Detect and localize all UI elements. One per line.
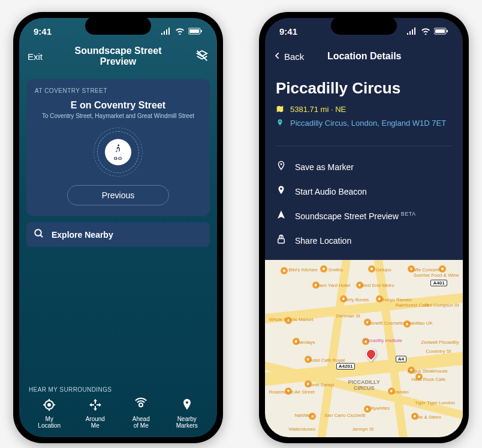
preview-card: AT COVENTRY STREET E on Coventry Street … (26, 79, 210, 216)
svg-rect-1 (189, 29, 199, 33)
exit-button[interactable]: Exit (28, 52, 58, 62)
around-me-button[interactable]: AroundMe (74, 398, 117, 429)
svg-point-5 (35, 229, 41, 236)
explore-label: Explore Nearby (52, 230, 113, 240)
cellular-icon (161, 28, 171, 35)
map-icon (276, 105, 284, 115)
navigation-arrow-icon (276, 210, 287, 222)
status-icons (406, 28, 448, 35)
nearby-markers-button[interactable]: NearbyMarkers (165, 398, 209, 429)
poi-label: Old Compton St (424, 302, 459, 308)
poi-label: Bibi's Kitchen (289, 267, 318, 273)
poi-label: San Carlo Cicchetti (324, 413, 365, 418)
bottom-actions: HEAR MY SURROUNDINGS MyLocation AroundMe (19, 386, 217, 429)
poi-label: Waterstones (289, 426, 316, 432)
poi-label: Smiths (329, 267, 343, 273)
divider (276, 146, 452, 146)
poi-label: Hotel Café Royal (309, 358, 345, 363)
battery-icon (188, 28, 203, 35)
audio-beacon-button[interactable]: Start Audio Beacon (276, 179, 452, 204)
status-time: 9:41 (34, 26, 52, 37)
layers-icon (195, 54, 209, 64)
poi-label: NatWest (295, 413, 314, 418)
poi-label: Hard Rock Cafe (411, 377, 445, 382)
search-icon (34, 228, 44, 241)
poi-label: Piccadilly Institute (364, 338, 402, 343)
save-marker-button[interactable]: Save as Marker (276, 155, 452, 179)
poi-dot (320, 265, 327, 273)
ahead-of-me-button[interactable]: Aheadof Me (119, 398, 162, 429)
go-label: GO (114, 156, 122, 161)
address-text: Piccadilly Circus, London, England W1D 7… (290, 119, 446, 128)
beacon-icon (276, 185, 287, 198)
previous-button[interactable]: Previous (67, 185, 169, 205)
back-button[interactable]: Back (273, 52, 304, 62)
map-pin (364, 346, 379, 361)
svg-point-8 (48, 404, 50, 406)
layers-toggle-button[interactable] (179, 49, 209, 64)
poi-label: Ole & Steen (415, 414, 441, 420)
svg-line-6 (40, 235, 43, 237)
address-row: Piccadilly Circus, London, England W1D 7… (276, 119, 452, 129)
explore-nearby-button[interactable]: Explore Nearby (26, 222, 210, 247)
poi-label: Denman St (336, 313, 360, 319)
svg-point-4 (118, 144, 119, 146)
go-inner: GO (105, 139, 131, 165)
poi-label: Jermyn St (352, 426, 373, 432)
direction-title: E on Coventry Street (35, 100, 201, 111)
map-view[interactable]: A4201 A4 A401 (265, 260, 463, 437)
screen-street-preview: 9:41 Exit Soundscape Street Preview (19, 18, 217, 437)
chevron-left-icon (273, 52, 282, 62)
action-list: Save as Marker Start Audio Beacon Sounds… (265, 152, 463, 260)
road-badge-a4: A4 (396, 356, 406, 362)
svg-rect-16 (447, 30, 448, 32)
battery-icon (434, 28, 448, 35)
place-name: Piccadilly Circus (276, 79, 452, 98)
poi-label: Rosemount Air Street (269, 389, 315, 395)
poi-label: Simit Sarayi (309, 382, 335, 388)
page-title: Soundscape Street Preview (58, 46, 179, 67)
street-preview-button[interactable]: Soundscape Street PreviewBETA (276, 204, 452, 228)
poi-label: Lillywhites (368, 405, 390, 411)
poi-label: Ham Yard Hotel (317, 283, 350, 288)
hear-surroundings-label: HEAR MY SURROUNDINGS (26, 386, 210, 393)
poi-label: Tiger Tiger London (415, 400, 455, 405)
share-location-button[interactable]: Share Location (276, 228, 452, 253)
wifi-icon (421, 28, 430, 35)
distance-text: 5381.71 mi · NE (290, 105, 346, 114)
radar-icon (134, 398, 148, 413)
go-button[interactable]: GO (94, 128, 143, 177)
map-center-label: PICCADILLYCIRCUS (348, 379, 380, 391)
notch (331, 17, 397, 35)
poi-label: Gelupo (376, 267, 391, 273)
place-header: Piccadilly Circus 5381.71 mi · NE Piccad… (265, 68, 463, 140)
pin-icon (276, 119, 284, 129)
poi-label: Shoryu Ramen (379, 297, 411, 302)
status-time: 9:41 (279, 26, 297, 37)
distance-row: 5381.71 mi · NE (276, 105, 452, 115)
cellular-icon (406, 28, 417, 35)
notch (85, 17, 151, 35)
poi-label: Dirty Bones (344, 297, 369, 302)
page-title: Location Details (304, 51, 424, 62)
nav-bar: Exit Soundscape Street Preview (19, 44, 217, 68)
poi-label: Granaio (391, 389, 408, 395)
status-icons (161, 28, 203, 35)
nav-bar: Back Location Details (265, 44, 463, 68)
phone-right: 9:41 Back Location Details (259, 12, 469, 443)
road-badge-a4201: A4201 (336, 363, 356, 370)
poi-label: Zedwell Piccadilly (421, 340, 459, 345)
poi-label: Barclays (297, 340, 315, 345)
svg-rect-19 (278, 239, 285, 244)
poi-label: Rainforest Cafe (396, 302, 429, 308)
walk-icon (113, 144, 123, 155)
wifi-icon (175, 28, 185, 35)
svg-rect-15 (435, 29, 445, 33)
poi-label: Caffe Concerto (409, 267, 442, 273)
road-badge-a401: A401 (430, 280, 447, 286)
poi-dot (281, 267, 288, 274)
poi-label: Haidilao UK (408, 320, 433, 326)
my-location-button[interactable]: MyLocation (28, 398, 71, 429)
destination-desc: To Coventry Street, Haymarket and Great … (35, 113, 201, 119)
svg-rect-2 (201, 30, 202, 32)
